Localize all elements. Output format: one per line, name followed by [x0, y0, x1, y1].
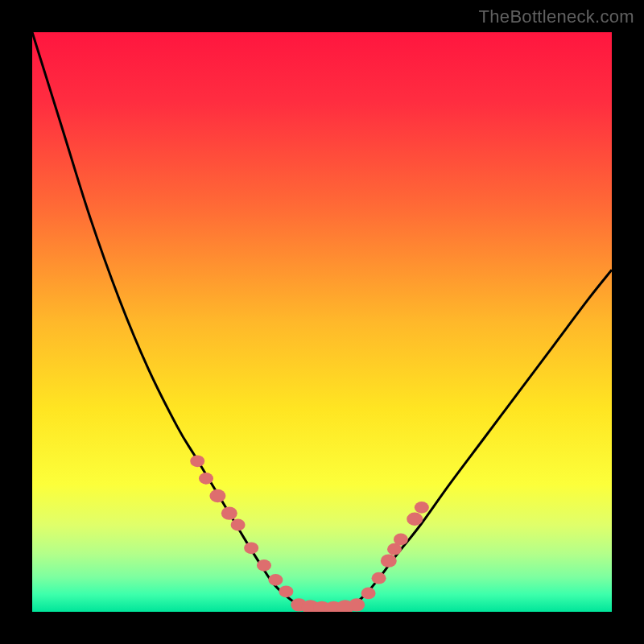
attribution-text: TheBottleneck.com [479, 6, 634, 27]
marker-point [279, 585, 293, 597]
marker-point [349, 598, 365, 611]
chart-frame: TheBottleneck.com [0, 0, 644, 644]
marker-point [257, 559, 271, 572]
marker-point [407, 513, 423, 526]
plot-area [32, 32, 612, 612]
marker-point [415, 502, 429, 514]
marker-point [221, 506, 237, 519]
marker-point [231, 519, 246, 531]
marker-point [381, 554, 397, 567]
marker-point [268, 574, 283, 586]
marker-point [209, 489, 225, 502]
marker-point [190, 455, 204, 467]
marker-point [361, 588, 376, 600]
marker-point [394, 534, 408, 546]
chart-svg [32, 32, 612, 612]
marker-point [199, 473, 213, 485]
marker-point [372, 572, 386, 584]
marker-point [244, 542, 258, 554]
gradient-background [32, 32, 612, 612]
